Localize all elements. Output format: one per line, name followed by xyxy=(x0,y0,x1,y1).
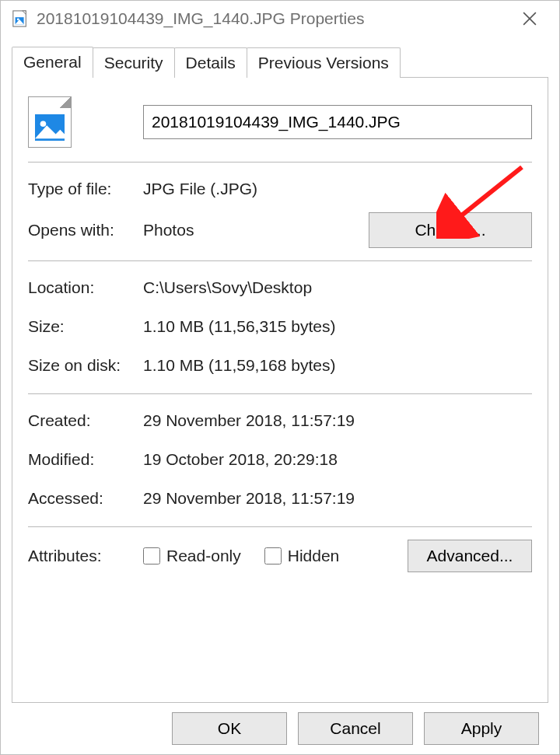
ok-button[interactable]: OK xyxy=(172,712,287,745)
apply-button[interactable]: Apply xyxy=(424,712,539,745)
titlebar: 20181019104439_IMG_1440.JPG Properties xyxy=(1,1,559,37)
created-label: Created: xyxy=(28,411,143,430)
size-label: Size: xyxy=(28,317,143,336)
type-of-file-label: Type of file: xyxy=(28,180,143,198)
separator xyxy=(28,260,532,261)
modified-value: 19 October 2018, 20:29:18 xyxy=(143,450,532,469)
change-button[interactable]: Change... xyxy=(369,212,532,248)
size-value: 1.10 MB (11,56,315 bytes) xyxy=(143,317,532,336)
svg-point-8 xyxy=(40,121,47,127)
close-button[interactable] xyxy=(506,3,553,34)
tab-security[interactable]: Security xyxy=(93,47,175,78)
separator xyxy=(28,526,532,527)
location-value: C:\Users\Sovy\Desktop xyxy=(143,278,532,297)
type-of-file-value: JPG File (.JPG) xyxy=(143,180,532,198)
separator xyxy=(28,393,532,394)
opens-with-value: Photos xyxy=(143,221,369,239)
opens-with-label: Opens with: xyxy=(28,221,143,239)
large-file-icon xyxy=(28,96,72,148)
advanced-button[interactable]: Advanced... xyxy=(408,540,532,572)
tab-previous-versions[interactable]: Previous Versions xyxy=(247,47,401,78)
size-on-disk-label: Size on disk: xyxy=(28,356,143,375)
filename-input[interactable] xyxy=(143,105,532,139)
tab-general[interactable]: General xyxy=(12,47,93,78)
accessed-value: 29 November 2018, 11:57:19 xyxy=(143,489,532,508)
created-value: 29 November 2018, 11:57:19 xyxy=(143,411,532,430)
cancel-button[interactable]: Cancel xyxy=(298,712,413,745)
file-type-icon xyxy=(12,10,29,27)
svg-point-3 xyxy=(17,19,19,21)
hidden-label: Hidden xyxy=(288,547,340,565)
properties-window: 20181019104439_IMG_1440.JPG Properties G… xyxy=(0,0,560,755)
tab-panel-general: Type of file: JPG File (.JPG) Opens with… xyxy=(12,77,548,703)
separator xyxy=(28,162,532,163)
hidden-checkbox[interactable] xyxy=(264,547,282,565)
location-label: Location: xyxy=(28,278,143,297)
button-bar: OK Cancel Apply xyxy=(12,703,548,754)
hidden-checkbox-wrap[interactable]: Hidden xyxy=(264,547,340,565)
client-area: General Security Details Previous Versio… xyxy=(1,37,559,754)
tab-details[interactable]: Details xyxy=(174,47,247,78)
accessed-label: Accessed: xyxy=(28,489,143,508)
readonly-checkbox-wrap[interactable]: Read-only xyxy=(143,547,241,565)
readonly-label: Read-only xyxy=(166,547,241,565)
readonly-checkbox[interactable] xyxy=(143,547,160,565)
attributes-label: Attributes: xyxy=(28,547,143,565)
modified-label: Modified: xyxy=(28,450,143,469)
size-on-disk-value: 1.10 MB (11,59,168 bytes) xyxy=(143,356,532,375)
window-title: 20181019104439_IMG_1440.JPG Properties xyxy=(37,9,506,28)
tabs-row: General Security Details Previous Versio… xyxy=(12,47,548,77)
close-icon xyxy=(523,12,537,26)
